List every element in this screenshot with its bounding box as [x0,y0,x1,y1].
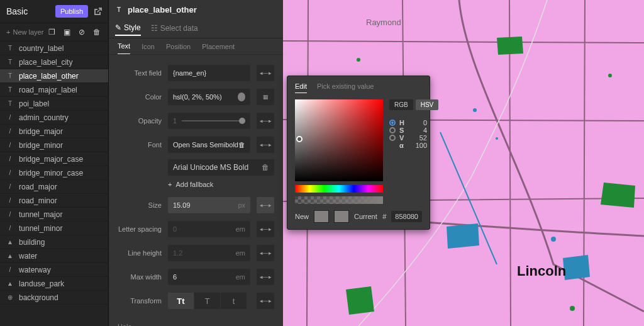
layer-type-icon: / [6,169,14,176]
transform-zoom-btn[interactable]: ◂—▸ [257,293,274,309]
text-field-input[interactable] [168,65,250,81]
layer-type-icon: / [6,197,14,204]
cp-alpha-slider[interactable] [295,196,383,204]
share-icon[interactable] [92,6,102,16]
letter-spacing-input[interactable]: em [168,221,250,237]
line-height-input[interactable]: em [168,245,250,261]
layer-item-admin_country[interactable]: /admin_country [0,111,108,125]
map-label-city: Lincoln [517,263,566,279]
layer-item-tunnel_major[interactable]: /tunnel_major [0,208,108,222]
trash-icon[interactable]: 🗑 [92,27,102,37]
layer-label: place_label_city [19,58,72,67]
layer-item-bridge_major_case[interactable]: /bridge_major_case [0,152,108,166]
sub-tab-icon[interactable]: Icon [142,43,155,54]
cp-tab-edit[interactable]: Edit [295,82,307,93]
layer-type-icon: / [6,225,14,232]
layer-toolbar: + New layer ❐ ▣ ⊘ 🗑 [0,23,108,42]
layer-item-bridge_minor[interactable]: /bridge_minor [0,138,108,152]
color-zoom-btn[interactable]: ▦ [257,89,274,105]
layer-item-place_label_other[interactable]: Tplace_label_other [0,69,108,83]
cp-tab-pick[interactable]: Pick existing value [317,82,374,93]
style-name: Basic [6,6,28,16]
font-input-1[interactable]: Arial Unicode MS Bold🗑 [168,159,274,176]
layer-item-building[interactable]: ▲building [0,235,108,249]
props-header: T place_label_other [109,0,283,20]
publish-button[interactable]: Publish [55,5,88,18]
transform-opt-2[interactable]: t [221,293,247,309]
cp-hue-slider[interactable] [295,185,383,193]
size-input[interactable]: px [168,197,250,213]
transform-label: Transform [118,297,162,305]
trash-icon[interactable]: 🗑 [238,141,245,149]
cp-channel-s[interactable]: S4 [389,126,438,134]
cp-hex-prefix: # [382,213,386,220]
layer-label: tunnel_minor [19,224,62,233]
radio-icon[interactable] [389,135,396,141]
color-picker: Edit Pick existing value RGB HSV H0S4V52… [287,76,430,230]
tab-style[interactable]: ✎ Style [115,21,141,36]
color-label: Color [118,93,162,101]
cp-mode-hsv[interactable]: HSV [416,99,439,110]
layer-item-bridge_minor_case[interactable]: /bridge_minor_case [0,166,108,180]
layer-type-icon: T [6,59,14,65]
duplicate-icon[interactable]: ❐ [47,27,57,37]
layer-item-road_major_label[interactable]: Troad_major_label [0,83,108,97]
layer-type-icon: / [6,128,14,135]
font-input-0[interactable]: Open Sans Semibold🗑 [168,137,250,153]
layer-list: Tcountry_labelTplace_label_cityTplace_la… [0,42,108,326]
layer-item-road_minor[interactable]: /road_minor [0,194,108,208]
layer-item-country_label[interactable]: Tcountry_label [0,42,108,55]
layer-type-icon: / [6,114,14,121]
text-field-zoom-btn[interactable]: ◂—▸ [257,65,274,81]
layer-item-tunnel_minor[interactable]: /tunnel_minor [0,222,108,235]
opacity-slider[interactable]: 1 [168,113,250,129]
max-width-zoom-btn[interactable]: ◂—▸ [257,269,274,285]
layer-label: tunnel_major [19,210,62,219]
letter-spacing-zoom-btn[interactable]: ◂—▸ [257,221,274,237]
hide-icon[interactable]: ⊘ [77,27,87,37]
radio-icon[interactable] [389,127,396,133]
prop-rows: Text field ◂—▸ Color ▦ Opacity 1 ◂—▸ Fon… [109,55,283,326]
font-zoom-btn[interactable]: ◂—▸ [257,137,274,153]
layer-item-landuse_park[interactable]: ▲landuse_park [0,277,108,291]
transform-opt-1[interactable]: T [194,293,221,309]
layer-type-icon: ▲ [6,239,14,245]
cp-channel-h[interactable]: H0 [389,119,438,126]
sub-tab-placement[interactable]: Placement [202,43,235,54]
layer-item-bridge_major[interactable]: /bridge_major [0,125,108,138]
svg-point-3 [551,237,556,242]
cp-saturation-value[interactable] [295,99,383,181]
halo-section: Halo [109,313,283,326]
new-layer-button[interactable]: + New layer [6,28,43,36]
layer-item-background[interactable]: ⊕background [0,291,108,305]
tab-select-data[interactable]: ☷ Select data [151,21,198,35]
opacity-zoom-btn[interactable]: ◂—▸ [257,113,274,129]
layer-label: road_minor [19,196,57,205]
color-input[interactable] [168,89,250,105]
add-fallback-button[interactable]: + Add fallback [168,176,283,193]
transform-opt-0[interactable]: Tt [168,293,194,309]
cp-channel-alpha[interactable]: α100 [389,142,438,149]
layer-item-waterway[interactable]: /waterway [0,263,108,277]
svg-point-2 [496,137,498,140]
cp-cursor[interactable] [296,136,303,142]
sub-tab-position[interactable]: Position [166,43,191,54]
transform-group: TtTt [168,293,247,309]
size-zoom-btn[interactable]: ◂—▸ [257,197,274,213]
font-label: Font [118,141,162,149]
cp-mode-rgb[interactable]: RGB [389,99,413,110]
sub-tab-text[interactable]: Text [118,42,130,54]
group-icon[interactable]: ▣ [62,27,72,37]
trash-icon[interactable]: 🗑 [262,163,269,172]
layer-item-road_major[interactable]: /road_major [0,180,108,194]
layer-item-poi_label[interactable]: Tpoi_label [0,97,108,111]
layer-type-icon: / [6,142,14,149]
layer-label: place_label_other [19,72,79,81]
layer-item-water[interactable]: ▲water [0,249,108,263]
max-width-input[interactable]: em [168,269,250,285]
line-height-zoom-btn[interactable]: ◂—▸ [257,245,274,261]
cp-channel-v[interactable]: V52 [389,134,438,142]
radio-icon[interactable] [389,120,396,126]
layer-item-place_label_city[interactable]: Tplace_label_city [0,55,108,69]
cp-hex-input[interactable]: 858080 [391,211,422,222]
